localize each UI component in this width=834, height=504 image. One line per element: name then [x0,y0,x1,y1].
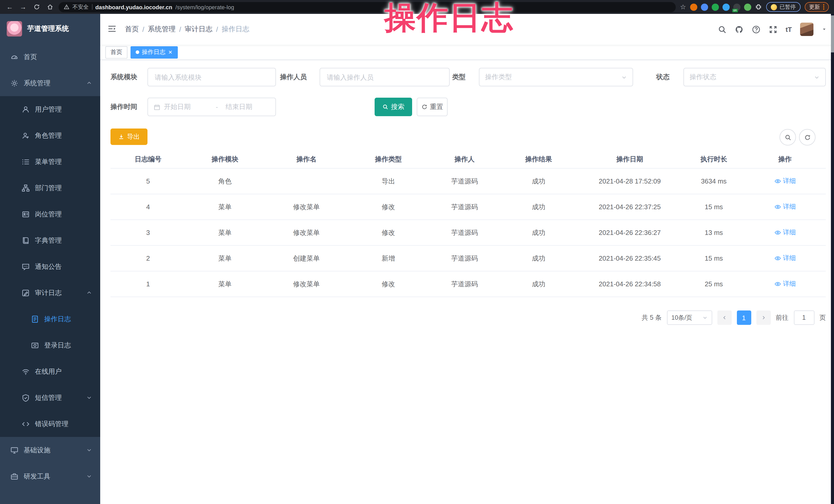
extension-green-y-icon[interactable] [712,3,719,10]
browser-forward-icon[interactable]: → [19,0,28,14]
sidebar-item-岗位管理[interactable]: 岗位管理 [0,201,100,227]
sidebar-item-label: 在线用户 [35,367,62,376]
operator-input[interactable] [320,68,449,86]
sidebar-item-系统管理[interactable]: 系统管理 [0,70,100,96]
edit-icon [22,289,30,297]
detail-link[interactable]: 详细 [774,202,796,211]
detail-link[interactable]: 详细 [774,280,796,288]
extension-orange-icon[interactable] [690,3,697,10]
breadcrumb: 首页/系统管理/审计日志/操作日志 [125,25,249,34]
browser-back-icon[interactable]: ← [5,0,15,14]
address-bar[interactable]: 不安全 dashboard.yudao.iocoder.cn/system/lo… [59,2,676,12]
pagination: 共 5 条 10条/页 1 前往 页 [641,308,826,327]
export-button[interactable]: 导出 [110,129,148,145]
bookmark-star-icon[interactable]: ☆ [680,3,686,11]
sidebar-item-字典管理[interactable]: 字典管理 [0,227,100,254]
detail-link[interactable]: 详细 [774,177,796,185]
extension-diamond-icon[interactable] [723,3,730,10]
cell-result: 成功 [501,194,576,219]
page-scrollbar[interactable] [831,14,834,504]
detail-link[interactable]: 详细 [774,254,796,263]
type-filter-label: 类型 [452,68,465,86]
help-question-icon[interactable] [751,25,760,34]
sidebar-item-部门管理[interactable]: 部门管理 [0,175,100,201]
operator-input-field[interactable] [326,73,443,82]
status-select[interactable]: 操作状态 [683,68,826,86]
sidebar-item-审计日志[interactable]: 审计日志 [0,280,100,306]
tab-label: 首页 [110,48,122,56]
breadcrumb-item-系统管理[interactable]: 系统管理 [148,25,176,34]
detail-link[interactable]: 详细 [774,228,796,237]
detail-link-label: 详细 [783,177,796,185]
module-input[interactable] [148,68,276,86]
cell-duration: 15 ms [683,246,744,271]
page-size-select[interactable]: 10条/页 [667,310,712,325]
fullscreen-icon[interactable] [768,25,777,34]
module-input-field[interactable] [154,73,270,82]
column-header-执行时长: 执行时长 [683,150,744,168]
table-row: 3菜单修改菜单修改芋道源码成功2021-04-26 22:36:2713 ms详… [110,220,826,246]
sidebar-toggle-icon[interactable] [107,24,118,35]
date-range-picker[interactable]: 开始日期 - 结束日期 [148,98,276,116]
sidebar-item-通知公告[interactable]: 通知公告 [0,254,100,280]
sidebar-item-首页[interactable]: 首页 [0,44,100,70]
table-body: 5角色导出芋道源码成功2021-04-28 17:52:093634 ms详细4… [110,169,826,297]
cell-date: 2021-04-28 17:52:09 [576,169,683,194]
tab-操作日志[interactable]: 操作日志 [131,46,178,58]
not-secure-label: 不安全 [72,3,89,10]
extension-on-badge-icon[interactable]: on [733,3,741,10]
profile-paused-pill[interactable]: 已暂停 [766,2,800,12]
font-size-icon[interactable]: tT [786,25,792,33]
browser-reload-icon[interactable] [32,0,41,14]
scrollbar-thumb[interactable] [831,16,834,52]
breadcrumb-item-首页[interactable]: 首页 [125,25,139,34]
extensions-puzzle-icon[interactable] [755,3,762,10]
not-secure-warning-icon [64,2,69,12]
sidebar-item-菜单管理[interactable]: 菜单管理 [0,149,100,175]
sidebar-logo[interactable]: 芋道管理系统 [0,14,100,44]
prev-page-button[interactable] [717,310,731,325]
table-row: 4菜单修改菜单修改芋道源码成功2021-04-26 22:37:2515 ms详… [110,194,826,220]
reset-button[interactable]: 重置 [417,98,447,116]
browser-home-icon[interactable] [45,0,54,14]
toggle-search-button[interactable] [780,129,796,146]
avatar-caret-down-icon[interactable] [822,27,827,32]
operator-filter-label: 操作人员 [280,68,307,86]
close-icon[interactable] [168,50,173,54]
sidebar-item-用户管理[interactable]: 用户管理 [0,96,100,122]
cell-name [264,169,349,194]
toolbox-icon [10,472,19,480]
refresh-table-button[interactable] [799,129,815,146]
cell-operator: 芋道源码 [428,271,501,297]
search-icon[interactable] [718,25,726,34]
cell-operator: 芋道源码 [428,169,501,194]
user-avatar[interactable] [800,23,813,36]
browser-update-menu-button[interactable]: 更新 [805,2,829,12]
sidebar-item-错误码管理[interactable]: 错误码管理 [0,411,100,437]
github-icon[interactable] [734,25,743,34]
column-header-日志编号: 日志编号 [110,150,185,168]
sidebar-item-操作日志[interactable]: 操作日志 [0,306,100,332]
next-page-button[interactable] [756,310,771,325]
sidebar-item-基础设施[interactable]: 基础设施 [0,437,100,463]
sidebar-item-角色管理[interactable]: 角色管理 [0,122,100,149]
tab-首页[interactable]: 首页 [105,46,128,58]
cell-module: 菜单 [185,194,264,219]
extension-leaf-icon[interactable] [744,3,751,10]
cell-module: 菜单 [185,220,264,245]
sidebar-item-label: 菜单管理 [35,157,62,166]
search-button[interactable]: 搜索 [375,98,412,116]
type-select[interactable]: 操作类型 [479,68,633,86]
sidebar-item-研发工具[interactable]: 研发工具 [0,463,100,489]
sidebar-item-短信管理[interactable]: 短信管理 [0,385,100,411]
cell-actions: 详细 [744,194,826,219]
page-number-1[interactable]: 1 [737,310,751,325]
extension-blue-icon[interactable] [701,3,708,10]
extension-icons: on [690,3,762,10]
breadcrumb-item-审计日志[interactable]: 审计日志 [185,25,213,34]
active-dot-icon [136,50,139,54]
cell-result: 成功 [501,271,576,297]
sidebar-item-在线用户[interactable]: 在线用户 [0,358,100,385]
sidebar-item-登录日志[interactable]: 登录日志 [0,332,100,358]
goto-page-input[interactable] [794,310,814,325]
